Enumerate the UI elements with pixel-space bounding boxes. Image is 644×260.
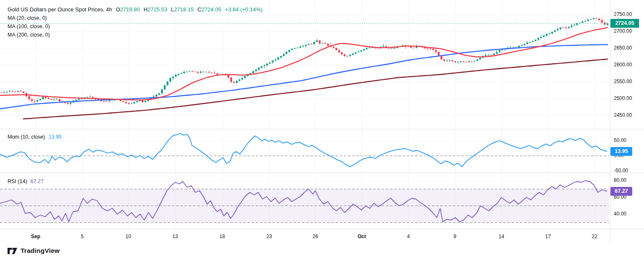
candle-body <box>319 40 320 43</box>
candle-body <box>332 47 334 48</box>
candle-body <box>0 93 2 93</box>
momentum-tick-label: 50.00 <box>614 137 626 143</box>
candle-body <box>133 102 135 103</box>
candle-body <box>200 72 202 73</box>
overlay-legend-ma200[interactable]: MA (200, close, 0) <box>8 31 262 39</box>
candle-body <box>460 61 462 62</box>
candle-body <box>338 50 340 52</box>
candle-body <box>546 34 548 36</box>
candle-body <box>471 61 473 62</box>
tradingview-chart-widget: Gold US Dollars per Ounce Spot Prices, 4… <box>0 0 644 260</box>
candle-body <box>382 46 384 47</box>
candle-body <box>391 48 392 48</box>
candle-body <box>263 66 265 66</box>
candle-body <box>449 60 451 61</box>
tradingview-wordmark: TradingView <box>21 247 60 255</box>
open-value: 2719.80 <box>120 6 140 13</box>
candle-body <box>261 66 262 68</box>
candle-body <box>302 46 304 47</box>
time-tick-label: 26 <box>312 234 318 239</box>
candle-body <box>131 103 132 104</box>
momentum-value-badge: 13.95 <box>610 147 632 156</box>
candle-body <box>283 54 285 56</box>
candle-body <box>28 96 30 99</box>
high-label: H <box>143 6 147 13</box>
momentum-indicator-line <box>0 134 607 167</box>
candle-body <box>211 72 213 73</box>
candle-body <box>521 45 522 46</box>
candle-body <box>236 81 237 83</box>
high-value: 2725.53 <box>148 6 167 13</box>
candle-body <box>607 24 608 25</box>
candle-body <box>109 100 110 102</box>
candle-body <box>156 95 157 96</box>
candle-body <box>228 75 229 78</box>
candle-body <box>427 48 428 49</box>
candle-body <box>14 92 16 92</box>
candle-body <box>23 92 24 93</box>
rsi-legend[interactable]: RSI (14)67.27 <box>8 177 44 186</box>
candle-body <box>34 101 36 101</box>
close-label: C <box>197 6 201 13</box>
candle-body <box>106 102 107 102</box>
candle-body <box>172 77 174 79</box>
candle-body <box>479 58 481 59</box>
price-tick-label: 2700.00 <box>614 28 632 34</box>
rsi-value-badge: 67.27 <box>610 187 632 196</box>
time-tick-label: 9 <box>454 234 457 239</box>
candle-body <box>593 18 595 19</box>
candle-body <box>341 53 343 55</box>
candle-body <box>532 41 534 42</box>
candle-body <box>452 60 453 61</box>
time-tick-label: 23 <box>266 234 272 239</box>
candle-body <box>125 102 127 103</box>
candle-body <box>294 48 296 49</box>
candle-body <box>89 97 91 97</box>
candle-body <box>313 42 315 44</box>
rsi-tick-label: 80.00 <box>614 177 626 183</box>
candle-body <box>288 50 290 52</box>
candle-body <box>308 44 309 45</box>
candle-body <box>352 54 354 55</box>
candle-body <box>242 78 243 80</box>
change-value: +3.84 (+0.14%) <box>225 6 262 13</box>
footer-branding[interactable]: TradingView <box>8 247 60 255</box>
symbol-title-row[interactable]: Gold US Dollars per Ounce Spot Prices, 4… <box>8 5 262 14</box>
time-tick-label: 22 <box>592 234 597 239</box>
candle-body <box>36 100 38 101</box>
candle-body <box>526 42 528 44</box>
candle-body <box>465 62 467 63</box>
candle-body <box>565 28 567 28</box>
candle-body <box>491 55 492 55</box>
price-tick-label: 2750.00 <box>614 11 632 17</box>
candle-body <box>122 101 124 102</box>
candle-body <box>233 82 235 83</box>
candle-body <box>255 70 257 71</box>
candle-body <box>543 36 545 37</box>
time-tick-label: Sep <box>31 234 40 239</box>
momentum-legend[interactable]: Mom (10, close)13.95 <box>8 133 62 141</box>
candle-body <box>42 97 44 99</box>
price-tick-label: 2650.00 <box>614 45 632 51</box>
candle-body <box>311 44 312 45</box>
candle-body <box>579 23 581 23</box>
candle-body <box>429 48 431 49</box>
candle-body <box>12 91 13 92</box>
overlay-legend-ma20[interactable]: MA (20, close, 0) <box>8 14 262 22</box>
candle-body <box>103 101 105 101</box>
candle-body <box>178 74 179 75</box>
price-tick-label: 2600.00 <box>614 62 632 68</box>
ma100-line <box>0 45 608 109</box>
candle-body <box>355 52 356 53</box>
candle-body <box>322 43 323 44</box>
overlay-legend-ma100[interactable]: MA (100, close, 0) <box>8 22 262 31</box>
candle-body <box>180 73 182 74</box>
candle-body <box>551 32 553 34</box>
candle-body <box>499 50 500 52</box>
candle-body <box>53 100 55 100</box>
candle-body <box>78 99 80 100</box>
symbol-title: Gold US Dollars per Ounce Spot Prices, 4… <box>8 6 112 13</box>
candle-body <box>305 45 306 46</box>
candle-body <box>161 89 163 93</box>
candle-body <box>48 98 49 99</box>
